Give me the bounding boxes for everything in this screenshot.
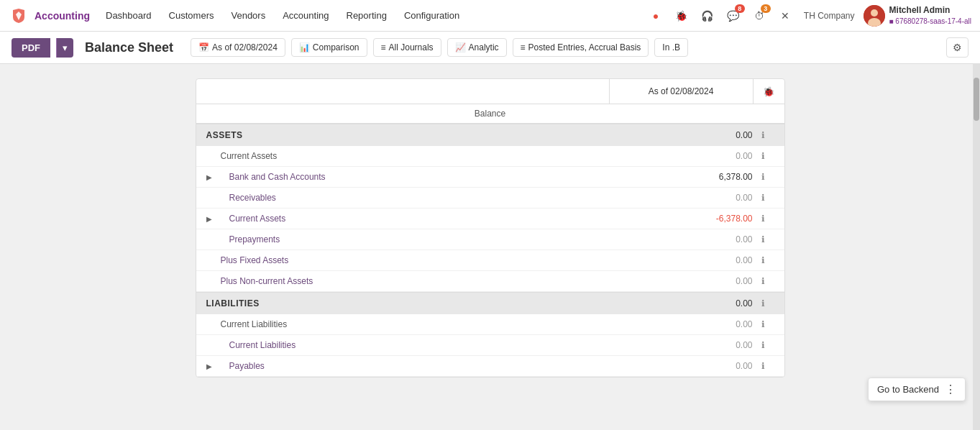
messages-icon[interactable]: 💬 8 (723, 6, 743, 26)
current-assets-label: Current Assets (218, 151, 695, 161)
goto-backend-button[interactable]: Go to Backend ⋮ (868, 378, 966, 401)
bank-cash-amount: 6,378.00 (695, 172, 753, 182)
red-circle-icon[interactable]: ● (646, 6, 666, 26)
nav-reporting[interactable]: Reporting (339, 7, 394, 24)
inb-filter-button[interactable]: In .B (654, 38, 688, 57)
entries-icon: ≡ (521, 42, 526, 52)
activity-badge: 3 (761, 4, 771, 13)
liabilities-label: LIABILITIES (206, 298, 695, 308)
inb-filter-label: In .B (662, 42, 680, 52)
fixed-assets-row[interactable]: Plus Fixed Assets 0.00 ℹ (196, 250, 784, 271)
assets-amount: 0.00 (695, 130, 753, 140)
receivables-row[interactable]: Receivables 0.00 ℹ (196, 188, 784, 209)
bank-cash-row[interactable]: ▶ Bank and Cash Accounts 6,378.00 ℹ (196, 167, 784, 188)
receivables-label: Receivables (218, 193, 695, 203)
user-id: ■ 67680278-saas-17-4-all (889, 17, 971, 26)
noncurrent-assets-label: Plus Non-current Assets (218, 276, 695, 286)
current-assets-header-row[interactable]: Current Assets 0.00 ℹ (196, 146, 784, 167)
noncurrent-assets-amount: 0.00 (695, 276, 753, 286)
comparison-filter-label: Comparison (313, 42, 360, 52)
fixed-assets-amount: 0.00 (695, 255, 753, 265)
svg-point-1 (871, 9, 878, 17)
current-liabilities-sub-amount: 0.00 (695, 340, 753, 350)
prepayments-row[interactable]: Prepayments 0.00 ℹ (196, 229, 784, 250)
nav-customers[interactable]: Customers (162, 7, 221, 24)
receivables-amount: 0.00 (695, 193, 753, 203)
assets-section-header: ASSETS 0.00 ℹ (196, 124, 784, 146)
receivables-info[interactable]: ℹ (753, 193, 774, 203)
current-liabilities-header-row[interactable]: Current Liabilities 0.00 ℹ (196, 314, 784, 335)
journals-filter-label: All Journals (389, 42, 434, 52)
current-assets-info[interactable]: ℹ (753, 151, 774, 161)
close-icon[interactable]: ✕ (775, 6, 795, 26)
messages-badge: 8 (735, 4, 745, 13)
chart-icon: 📊 (299, 42, 310, 52)
nav-accounting[interactable]: Accounting (275, 7, 336, 24)
report-date-header: As of 02/08/2024 (609, 79, 753, 104)
payables-info[interactable]: ℹ (753, 361, 774, 371)
main-content: As of 02/08/2024 🐞 Balance ASSETS 0.00 ℹ… (0, 64, 980, 430)
current-assets-amount: 0.00 (695, 151, 753, 161)
current-liabilities-sub-label: Current Liabilities (218, 340, 695, 350)
pdf-caret-button[interactable]: ▾ (56, 38, 73, 58)
expand-chevron-icon: ▶ (206, 173, 218, 181)
entries-filter-label: Posted Entries, Accrual Basis (528, 42, 641, 52)
date-filter-button[interactable]: 📅 As of 02/08/2024 (191, 38, 285, 57)
noncurrent-assets-row[interactable]: Plus Non-current Assets 0.00 ℹ (196, 271, 784, 292)
current-liabilities-sub-row[interactable]: Current Liabilities 0.00 ℹ (196, 335, 784, 356)
noncurrent-assets-info[interactable]: ℹ (753, 276, 774, 286)
user-info[interactable]: Mitchell Admin ■ 67680278-saas-17-4-all (864, 5, 971, 27)
analytic-filter-label: Analytic (469, 42, 499, 52)
comparison-filter-button[interactable]: 📊 Comparison (291, 38, 367, 57)
expand-chevron-icon3: ▶ (206, 362, 218, 370)
calendar-icon: 📅 (198, 42, 209, 52)
bank-cash-info[interactable]: ℹ (753, 172, 774, 182)
nav-dashboard[interactable]: Dashboard (99, 7, 159, 24)
report-header: As of 02/08/2024 🐞 (196, 79, 784, 104)
current-assets-sub-row[interactable]: ▶ Current Assets -6,378.00 ℹ (196, 209, 784, 229)
analytic-icon: 📈 (455, 42, 466, 52)
goto-backend-more-icon[interactable]: ⋮ (945, 383, 956, 396)
report-container: As of 02/08/2024 🐞 Balance ASSETS 0.00 ℹ… (196, 78, 785, 378)
nav-configuration[interactable]: Configuration (397, 7, 467, 24)
current-liabilities-header-info[interactable]: ℹ (753, 319, 774, 329)
company-label[interactable]: TH Company (804, 11, 855, 21)
date-filter-label: As of 02/08/2024 (212, 42, 278, 52)
page-title: Balance Sheet (85, 40, 173, 55)
support-icon[interactable]: 🎧 (697, 6, 718, 26)
scrollbar-thumb[interactable] (974, 78, 979, 121)
current-liabilities-sub-info[interactable]: ℹ (753, 340, 774, 350)
fixed-assets-info[interactable]: ℹ (753, 255, 774, 265)
bug-icon[interactable]: 🐞 (672, 6, 692, 26)
pdf-button[interactable]: PDF (12, 38, 50, 58)
report-settings-icon[interactable]: 🐞 (753, 79, 784, 104)
scrollbar[interactable] (973, 63, 980, 430)
liabilities-info-icon[interactable]: ℹ (753, 298, 774, 308)
entries-filter-button[interactable]: ≡ Posted Entries, Accrual Basis (513, 38, 649, 57)
liabilities-section-header: LIABILITIES 0.00 ℹ (196, 292, 784, 314)
prepayments-info[interactable]: ℹ (753, 234, 774, 244)
user-name: Mitchell Admin (889, 5, 971, 17)
activity-icon[interactable]: ⏱ 3 (749, 6, 769, 26)
prepayments-amount: 0.00 (695, 234, 753, 244)
nav-vendors[interactable]: Vendors (224, 7, 273, 24)
journals-filter-button[interactable]: ≡ All Journals (373, 38, 441, 57)
payables-amount: 0.00 (695, 361, 753, 371)
liabilities-amount: 0.00 (695, 298, 753, 308)
brand-label[interactable]: Accounting (35, 10, 90, 22)
app-logo (9, 6, 29, 26)
journals-icon: ≡ (381, 42, 386, 52)
settings-button[interactable]: ⚙ (946, 37, 968, 58)
top-nav: Accounting Dashboard Customers Vendors A… (0, 0, 980, 32)
report-header-spacer (196, 79, 609, 104)
payables-row[interactable]: ▶ Payables 0.00 ℹ (196, 356, 784, 377)
expand-chevron-icon2: ▶ (206, 215, 218, 223)
report-date-label: As of 02/08/2024 (620, 86, 743, 96)
current-assets-sub-label: Current Assets (218, 214, 695, 224)
assets-info-icon[interactable]: ℹ (753, 130, 774, 140)
goto-backend-label: Go to Backend (877, 384, 939, 395)
assets-label: ASSETS (206, 130, 695, 140)
current-assets-sub-info[interactable]: ℹ (753, 214, 774, 224)
user-details: Mitchell Admin ■ 67680278-saas-17-4-all (889, 5, 971, 26)
analytic-filter-button[interactable]: 📈 Analytic (447, 38, 507, 57)
